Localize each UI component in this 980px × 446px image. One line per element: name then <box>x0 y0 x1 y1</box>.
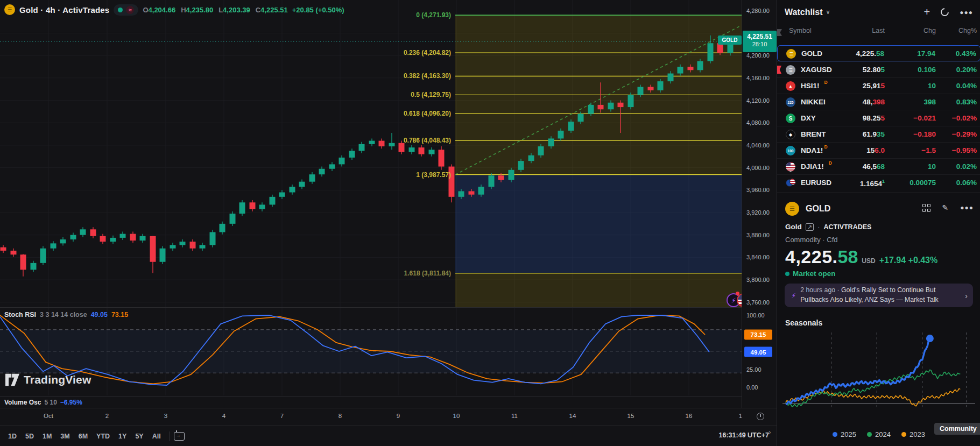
range-button-5d[interactable]: 5D <box>22 430 38 442</box>
stoch-rsi-legend: Stoch RSI 3 3 14 14 close 49.05 73.15 <box>4 311 128 318</box>
tradingview-app: ☰ Gold · 4h · ActivTrades ≈ O4,204.66H4,… <box>0 0 980 446</box>
go-to-date-icon[interactable] <box>174 432 185 441</box>
cell-last: 48,398 <box>863 98 885 106</box>
cell-chg-pct: 0.20% <box>956 66 977 74</box>
range-button-1d[interactable]: 1D <box>4 430 20 442</box>
watchlist-row-gold[interactable]: ☰GOLD4,225.5817.940.43% <box>777 45 980 61</box>
price-tick: 3,960.00 <box>746 187 770 193</box>
symbol-name: NDA1! <box>801 146 823 154</box>
cell-chg-pct: 0.43% <box>956 49 976 58</box>
flag-column-icon[interactable] <box>777 29 782 36</box>
watchlist-row-hsi1[interactable]: ▲HSI1!D25,915100.04% <box>777 77 980 94</box>
pane-divider[interactable] <box>0 307 777 308</box>
cell-chg: 0.106 <box>918 66 936 74</box>
bar-countdown: 28:10 <box>743 41 777 47</box>
range-button-1y[interactable]: 1Y <box>115 430 130 442</box>
card-header: ☰ GOLD <box>785 202 830 216</box>
pane-divider-volume[interactable] <box>0 397 777 397</box>
range-button-3m[interactable]: 3M <box>57 430 73 442</box>
range-button-6m[interactable]: 6M <box>75 430 91 442</box>
chevron-down-icon[interactable]: ∨ <box>826 9 830 16</box>
symbol-name-link[interactable]: Gold <box>785 223 802 231</box>
price-tick: 3,880.00 <box>746 232 770 238</box>
flash-news-icon: ⚡ <box>791 292 796 300</box>
price-fraction: 58 <box>838 246 858 267</box>
symbol-icon <box>786 178 795 188</box>
heatmap-icon[interactable] <box>941 8 949 16</box>
watchlist-row-djia1[interactable]: DJIA1!D46,568100.02% <box>777 158 980 174</box>
gold-symbol-icon: ☰ <box>785 202 799 216</box>
legend-item-2025[interactable]: 2025 <box>833 430 856 438</box>
symbol-icon: ▲ <box>786 81 795 91</box>
range-button-ytd[interactable]: YTD <box>93 430 114 442</box>
chart-area[interactable]: ☰ Gold · 4h · ActivTrades ≈ O4,204.66H4,… <box>0 0 777 446</box>
flag-icon[interactable] <box>777 66 781 74</box>
watchlist-row-nikkei[interactable]: 225NIKKEI48,3983980.83% <box>777 94 980 110</box>
column-chg[interactable]: Chg <box>923 27 936 34</box>
watchlist-row-dxy[interactable]: SDXY98.255−0.021−0.02% <box>777 110 980 126</box>
watchlist-row-brent[interactable]: ◆BRENT61.935−0.180−0.29% <box>777 126 980 142</box>
more-options-icon[interactable]: ●●● <box>960 204 974 211</box>
legend-item-2024[interactable]: 2024 <box>867 430 891 438</box>
column-chg-pct[interactable]: Chg% <box>958 27 977 34</box>
volume-osc-params: 5 10 <box>44 399 57 406</box>
tradingview-logo[interactable]: TradingView <box>5 373 91 386</box>
legend-dot-icon <box>867 432 872 437</box>
tradingview-wordmark: TradingView <box>24 373 91 386</box>
eu-us-flags-icon <box>786 178 795 188</box>
legend-item-2023[interactable]: 2023 <box>901 430 925 438</box>
price-tick: 4,040.00 <box>746 142 770 148</box>
layout-grid-icon[interactable] <box>922 204 930 212</box>
cell-chg-pct: 0.02% <box>956 162 977 171</box>
ohlc-values: O4,204.66H4,235.80L4,203.39C4,225.51 <box>143 6 287 14</box>
column-last[interactable]: Last <box>872 27 885 34</box>
fib-level-label: 0.786 (4,048.43) <box>404 137 451 144</box>
community-button[interactable]: Community <box>934 423 980 435</box>
time-axis[interactable]: Oct23478910111415161 <box>0 408 777 426</box>
market-status: Market open <box>785 270 836 278</box>
symbol-icon: S <box>786 114 795 123</box>
cell-last: 1.16541 <box>860 179 885 188</box>
chevron-right-icon[interactable]: › <box>965 291 968 300</box>
add-symbol-button[interactable]: + <box>924 6 930 18</box>
news-item[interactable]: ⚡ 2 hours ago · Gold's Rally Set to Cont… <box>785 284 973 307</box>
more-options-icon[interactable]: ●●● <box>960 9 973 16</box>
stoch-rsi-name[interactable]: Stoch RSI <box>4 311 36 318</box>
clock[interactable]: 16:31:49 UTC+7 <box>719 431 769 439</box>
market-status-pill[interactable]: ≈ <box>114 4 138 16</box>
collapse-panel-chevron-icon[interactable]: › <box>769 428 771 436</box>
watchlist-row-eurusd[interactable]: EURUSD1.165410.000750.06% <box>777 174 980 190</box>
range-button-all[interactable]: All <box>149 430 165 442</box>
price-scale[interactable]: 4,280.004,240.004,200.004,160.004,120.00… <box>742 0 777 446</box>
watchlist-row-xagusd[interactable]: ☰XAGUSD52.8050.1060.20% <box>777 61 980 77</box>
watchlist-row-nda1[interactable]: 100NDA1!D156.0−1.5−0.95% <box>777 142 980 158</box>
watchlist-actions: + ●●● <box>924 6 973 18</box>
stoch-rsi-pane[interactable] <box>0 307 742 395</box>
date-tick: 2 <box>105 413 109 419</box>
date-tick: 9 <box>397 413 400 419</box>
range-button-5y[interactable]: 5Y <box>131 430 147 442</box>
cell-chg: −0.021 <box>913 114 936 122</box>
ohlc-c: C4,225.51 <box>256 6 288 14</box>
cell-chg-pct: −0.95% <box>952 146 977 154</box>
volume-osc-legend: Volume Osc 5 10 −6.95% <box>4 399 82 406</box>
watchlist-title[interactable]: Watchlist <box>785 8 823 17</box>
compose-note-icon[interactable]: ✎ <box>942 203 949 212</box>
external-link-icon[interactable]: ↗ <box>806 223 814 231</box>
cell-chg: 0.00075 <box>910 179 936 187</box>
cell-chg-pct: 0.06% <box>956 179 977 187</box>
clock-timezone-icon[interactable] <box>757 413 764 420</box>
toolbar-divider <box>169 431 170 441</box>
indicator-value-badge: 49.05 <box>744 347 772 357</box>
seasonals-chart[interactable] <box>777 327 980 413</box>
symbol-title[interactable]: Gold · 4h · ActivTrades <box>19 5 109 15</box>
card-symbol-title[interactable]: GOLD <box>806 204 830 214</box>
volume-osc-name[interactable]: Volume Osc <box>4 399 41 406</box>
cell-chg-pct: 0.04% <box>956 82 977 90</box>
column-symbol[interactable]: Symbol <box>789 27 812 34</box>
watchlist-column-headers: Symbol Last Chg Chg% <box>777 27 980 41</box>
watchlist-rows: ☰GOLD4,225.5817.940.43%☰XAGUSD52.8050.10… <box>777 45 980 190</box>
range-button-1m[interactable]: 1M <box>39 430 55 442</box>
market-open-dot-icon <box>118 8 123 12</box>
candlestick-chart[interactable] <box>0 0 742 307</box>
